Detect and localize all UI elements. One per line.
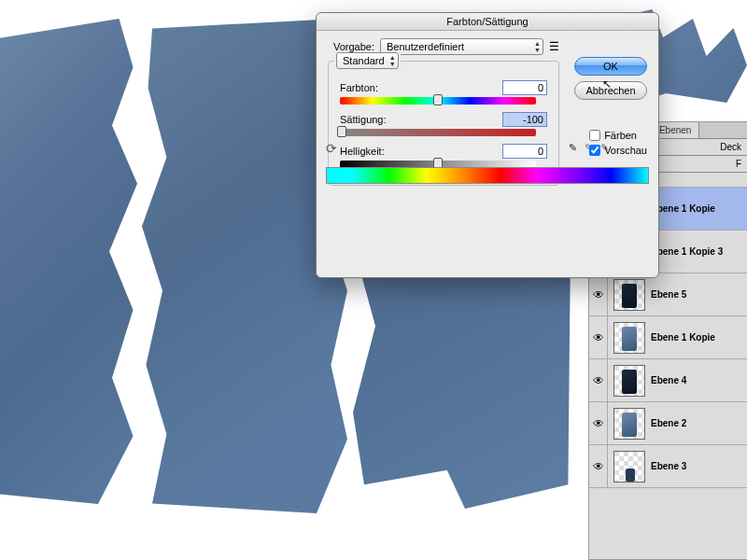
visibility-toggle[interactable]: 👁 xyxy=(589,359,608,401)
eyedropper-icon[interactable]: ✎ xyxy=(569,142,577,154)
layer-name[interactable]: Ebene 1 Kopie xyxy=(651,203,715,214)
lightness-input[interactable] xyxy=(502,144,547,159)
preset-dropdown[interactable]: Benutzerdefiniert ▲▼ xyxy=(380,38,543,55)
saturation-thumb[interactable] xyxy=(337,126,346,137)
layer-name[interactable]: Ebene 3 xyxy=(651,461,686,471)
lightness-label: Helligkeit: xyxy=(340,146,409,157)
hue-track[interactable] xyxy=(340,97,536,105)
layer-thumbnail[interactable] xyxy=(613,279,645,311)
lightness-slider: Helligkeit: xyxy=(340,144,547,168)
visibility-toggle[interactable]: 👁 xyxy=(589,273,608,315)
preset-label: Vorgabe: xyxy=(328,41,374,52)
preview-checkbox[interactable]: Vorschau xyxy=(589,145,647,156)
colorize-checkbox[interactable]: Färben xyxy=(589,130,647,141)
hue-saturation-dialog: Farbton/Sättigung Vorgabe: Benutzerdefin… xyxy=(316,12,659,278)
layer-row[interactable]: 👁Ebene 4 xyxy=(589,359,747,402)
preset-menu-icon[interactable]: ☰ xyxy=(549,40,559,53)
layer-thumbnail[interactable] xyxy=(613,408,645,440)
saturation-label: Sättigung: xyxy=(340,114,409,125)
hue-thumb[interactable] xyxy=(433,94,443,105)
saturation-slider: Sättigung: xyxy=(340,112,547,136)
opacity-label: Deck xyxy=(720,142,741,152)
ok-button[interactable]: OK xyxy=(574,57,647,76)
layer-name[interactable]: Ebene 4 xyxy=(651,375,686,385)
spectrum-bar[interactable] xyxy=(326,167,649,184)
visibility-toggle[interactable]: 👁 xyxy=(589,445,608,487)
hue-slider: Farbton: xyxy=(340,80,547,105)
visibility-toggle[interactable]: 👁 xyxy=(589,316,608,358)
layer-row[interactable]: 👁Ebene 1 Kopie xyxy=(589,316,747,359)
scrubby-adjust-icon[interactable]: ⟳ xyxy=(326,141,337,156)
colorize-input[interactable] xyxy=(589,130,600,141)
layer-name[interactable]: Ebene 1 Kopie 3 xyxy=(651,246,723,257)
layer-name[interactable]: Ebene 1 Kopie xyxy=(651,332,715,343)
preview-input[interactable] xyxy=(589,145,600,156)
cancel-button[interactable]: Abbrechen xyxy=(574,81,647,100)
layer-thumbnail[interactable] xyxy=(613,322,645,354)
layer-thumbnail[interactable] xyxy=(613,451,645,483)
preset-value: Benutzerdefiniert xyxy=(387,41,464,52)
colorize-label: Färben xyxy=(604,130,637,141)
channel-dropdown[interactable]: Standard ▲▼ xyxy=(336,52,399,69)
layer-thumbnail[interactable] xyxy=(613,365,645,397)
channel-value: Standard xyxy=(343,55,385,66)
saturation-track[interactable] xyxy=(340,129,536,136)
preview-label: Vorschau xyxy=(604,145,647,156)
visibility-toggle[interactable]: 👁 xyxy=(589,402,608,444)
layer-name[interactable]: Ebene 2 xyxy=(651,418,686,428)
dialog-title: Farbton/Sättigung xyxy=(317,13,658,31)
hue-input[interactable] xyxy=(502,80,547,95)
fill-label: F xyxy=(736,159,741,169)
layer-row[interactable]: 👁Ebene 2 xyxy=(589,402,747,445)
hue-label: Farbton: xyxy=(340,82,409,93)
paper-piece xyxy=(0,19,140,504)
layer-row[interactable]: 👁Ebene 5 xyxy=(589,273,747,316)
layer-name[interactable]: Ebene 5 xyxy=(651,289,686,300)
saturation-input[interactable] xyxy=(502,112,547,127)
layer-row[interactable]: 👁Ebene 3 xyxy=(589,445,747,488)
